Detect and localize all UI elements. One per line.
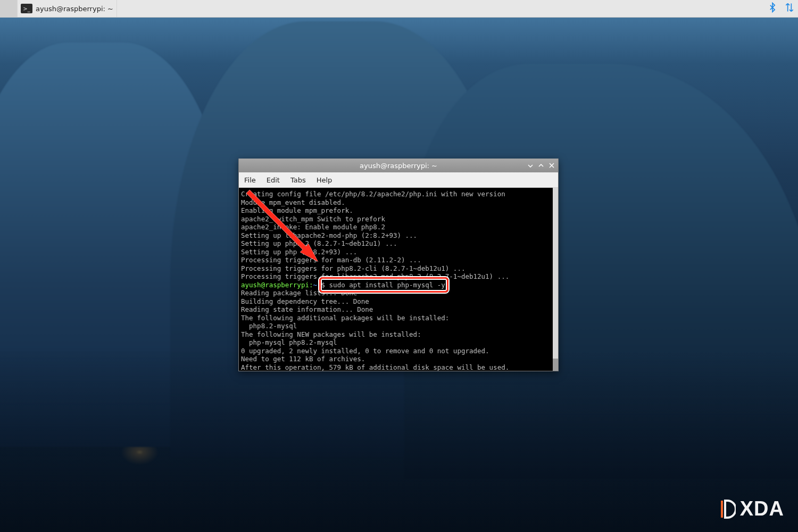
bluetooth-icon[interactable] (767, 2, 778, 15)
xda-watermark-text: XDA (740, 497, 784, 520)
terminal-line: The following NEW packages will be insta… (241, 330, 556, 339)
terminal-prompt-line: ayush@raspberrypi:~ $ sudo apt install p… (241, 281, 556, 289)
prompt-dollar: $ (317, 281, 329, 289)
wallpaper-water (0, 351, 798, 532)
window-minimize-button[interactable] (526, 161, 535, 170)
window-title: ayush@raspberrypi: ~ (360, 162, 437, 170)
terminal-line: Need to get 112 kB of archives. (241, 355, 556, 363)
taskbar-item-terminal[interactable]: >_ ayush@raspberrypi: ~ (18, 0, 117, 17)
terminal-line: apache2_invoke: Enable module php8.2 (241, 223, 556, 231)
menu-help[interactable]: Help (311, 176, 338, 184)
terminal-line: Processing triggers for man-db (2.11.2-2… (241, 256, 556, 264)
terminal-line: The following additional packages will b… (241, 314, 556, 322)
terminal-line: Reading package lists... Done (241, 289, 556, 297)
terminal-line: Setting up libapache2-mod-php (2:8.2+93)… (241, 231, 556, 240)
menu-tabs[interactable]: Tabs (285, 176, 311, 184)
window-titlebar[interactable]: ayush@raspberrypi: ~ (239, 159, 558, 172)
menu-file[interactable]: File (239, 176, 261, 184)
terminal-line: Creating config file /etc/php/8.2/apache… (241, 190, 556, 198)
terminal-line: php8.2-mysql (241, 322, 556, 330)
prompt-user-host: ayush@raspberrypi (241, 281, 309, 289)
network-icon[interactable] (784, 2, 795, 15)
terminal-line: php-mysql php8.2-mysql (241, 338, 556, 347)
terminal-line: apache2_switch_mpm Switch to prefork (241, 215, 556, 223)
menu-edit[interactable]: Edit (261, 176, 285, 184)
terminal-line: After this operation, 579 kB of addition… (241, 363, 556, 371)
terminal-line: Enabling module mpm_prefork. (241, 206, 556, 215)
terminal-line: Module mpm_event disabled. (241, 198, 556, 207)
terminal-line: Setting up php8.2 (8.2.7-1~deb12u1) ... (241, 239, 556, 248)
terminal-menubar: File Edit Tabs Help (239, 172, 558, 188)
terminal-window[interactable]: ayush@raspberrypi: ~ File Edit Tabs Help… (238, 159, 559, 371)
desktop: >_ ayush@raspberrypi: ~ ayush@raspberryp… (0, 0, 798, 532)
taskbar: >_ ayush@raspberrypi: ~ (0, 0, 798, 18)
terminal-line: Reading state information... Done (241, 305, 556, 314)
terminal-scrollbar[interactable] (553, 188, 558, 371)
xda-watermark: XDA (714, 497, 784, 520)
app-menu-button[interactable] (0, 0, 18, 17)
terminal-line: 0 upgraded, 2 newly installed, 0 to remo… (241, 347, 556, 355)
terminal-body[interactable]: Creating config file /etc/php/8.2/apache… (239, 188, 558, 371)
prompt-command: sudo apt install php-mysql -y (329, 281, 445, 289)
system-tray (767, 0, 795, 17)
terminal-line: Setting up php (2:8.2+93) ... (241, 248, 556, 256)
terminal-line: Building dependency tree... Done (241, 297, 556, 306)
terminal-icon: >_ (21, 4, 32, 13)
terminal-line: Processing triggers for libapache2-mod-p… (241, 272, 556, 281)
window-maximize-button[interactable] (537, 161, 545, 170)
prompt-path: ~ (313, 281, 317, 289)
terminal-line: Processing triggers for php8.2-cli (8.2.… (241, 264, 556, 273)
svg-rect-2 (721, 501, 723, 518)
window-close-button[interactable] (547, 161, 556, 170)
taskbar-item-label: ayush@raspberrypi: ~ (36, 5, 113, 13)
scrollbar-thumb[interactable] (553, 359, 558, 371)
